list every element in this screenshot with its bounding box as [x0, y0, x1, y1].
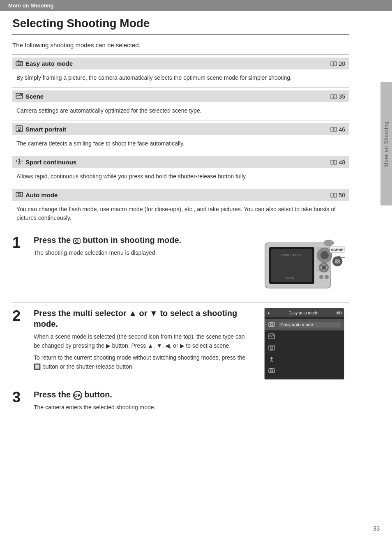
svg-point-17: [18, 159, 20, 160]
step3-content: Press the OK button. The camera enters t…: [34, 389, 349, 412]
svg-text:COOLPIX L310: COOLPIX L310: [281, 254, 302, 256]
svg-rect-27: [18, 192, 19, 193]
svg-rect-68: [269, 369, 274, 373]
svg-rect-29: [334, 193, 337, 197]
svg-point-13: [18, 127, 21, 129]
step1-image: COOLPIX L310 S: [259, 235, 349, 298]
sport-page: 48: [339, 159, 345, 166]
svg-point-62: [270, 346, 272, 348]
easy-auto-camera-svg: [16, 60, 23, 66]
sport-ref: 48: [330, 159, 345, 166]
page-number: 33: [373, 525, 380, 532]
svg-rect-9: [331, 95, 333, 99]
svg-rect-3: [21, 62, 22, 63]
page-title: Selecting Shooting Mode: [12, 11, 349, 35]
book-icon-2: [330, 94, 337, 99]
svg-rect-28: [331, 193, 333, 197]
svg-rect-12: [16, 126, 23, 132]
mode-row-auto: Auto mode 50 You can change the flash mo…: [12, 186, 349, 227]
svg-rect-70: [270, 368, 272, 369]
svg-rect-33: [75, 238, 76, 239]
svg-point-58: [270, 323, 273, 326]
auto-mode-icon: [16, 191, 23, 199]
step3-title-suffix: button.: [84, 390, 112, 399]
step2-row: 2 Press the multi selector ▲ or ▼ to sel…: [12, 308, 349, 380]
mode-header-scene: Scene 35: [12, 90, 349, 102]
step3-number: 3: [12, 390, 26, 405]
auto-svg: [16, 191, 23, 198]
side-tab-label: More on Shooting: [383, 121, 389, 167]
mode-header-sport: Sport continuous 48: [12, 156, 349, 168]
auto-mode-page: 50: [339, 192, 345, 198]
svg-text:SCENE: SCENE: [331, 248, 344, 252]
smart-portrait-desc: The camera detects a smiling face to sho…: [12, 137, 349, 152]
smart-portrait-label: Smart portrait: [25, 126, 66, 133]
svg-text:Nikon: Nikon: [286, 276, 294, 280]
step1-desc: The shooting-mode selection menu is disp…: [34, 249, 251, 257]
easy-auto-icon: [16, 60, 23, 67]
ms-item-easy-auto: Easy auto mode: [265, 319, 344, 330]
ms-item-scene: [265, 330, 344, 342]
auto-mode-desc: You can change the flash mode, use macro…: [12, 203, 349, 226]
ms-easy-auto-icon: [268, 321, 275, 328]
svg-point-55: [325, 275, 329, 279]
step2-section: 2 Press the multi selector ▲ or ▼ to sel…: [12, 308, 349, 384]
mode-name-auto: Auto mode: [16, 191, 58, 199]
easy-auto-ref: 20: [330, 60, 345, 67]
smart-portrait-ref: 46: [330, 126, 345, 133]
svg-rect-57: [269, 323, 274, 327]
svg-rect-59: [270, 322, 271, 323]
auto-mode-label: Auto mode: [25, 192, 58, 198]
svg-point-32: [75, 240, 78, 242]
page-header: More on Shooting: [0, 0, 392, 11]
svg-rect-15: [334, 127, 337, 132]
ms-item-auto: [265, 365, 344, 376]
easy-auto-label: Easy auto mode: [25, 60, 73, 67]
svg-line-67: [272, 360, 273, 362]
step2-desc2: To return to the current shooting mode w…: [34, 353, 251, 371]
svg-point-54: [319, 275, 323, 279]
main-content: Selecting Shooting Mode The following sh…: [0, 11, 362, 432]
mode-name-sport: Sport continuous: [16, 158, 76, 166]
mode-selector-illustration: ▲ Easy auto mode: [264, 308, 344, 380]
svg-point-50: [332, 256, 342, 266]
step1-content: Press the button in shooting mode. The s…: [34, 235, 251, 257]
step3-title: Press the OK button.: [34, 389, 349, 400]
ms-cam-svg1: [268, 322, 275, 328]
intro-text: The following shooting modes can be sele…: [12, 42, 349, 48]
ok-button-icon: OK: [73, 391, 82, 400]
ms-item-sport: [265, 353, 344, 365]
scene-ref: 35: [330, 93, 345, 100]
scene-page: 35: [339, 93, 345, 100]
ms-header-text: Easy auto mode: [270, 311, 336, 315]
book-icon-4: [330, 160, 337, 165]
ms-portrait-icon: [268, 344, 275, 351]
mode-name-scene: Scene: [16, 92, 44, 100]
scene-svg: [16, 92, 23, 99]
ms-header: ▲ Easy auto mode: [265, 308, 344, 317]
step2-desc1: When a scene mode is selected (the secon…: [34, 332, 251, 350]
mode-name-easy-auto: Easy auto mode: [16, 60, 73, 67]
svg-point-63: [271, 357, 272, 358]
header-title: More on Shooting: [8, 2, 53, 9]
ms-scene-svg: [268, 333, 275, 339]
mode-row-sport: Sport continuous 48 Allows rapid, contin…: [12, 153, 349, 186]
book-icon-3: [330, 127, 337, 132]
svg-point-26: [18, 193, 21, 196]
smart-portrait-svg: [16, 125, 23, 132]
book-icon-1: [330, 61, 337, 66]
step3-row: 3 Press the OK button. The camera enters…: [12, 389, 349, 412]
sport-label: Sport continuous: [25, 159, 76, 166]
step1-number: 1: [12, 235, 26, 250]
ms-sport-svg: [268, 356, 275, 362]
step3-section: 3 Press the OK button. The camera enters…: [12, 389, 349, 412]
ms-scene-icon: [268, 332, 275, 340]
camera-illustration-svg: COOLPIX L310 S: [261, 235, 347, 298]
scene-desc: Camera settings are automatically optimi…: [12, 104, 349, 119]
step2-image: ▲ Easy auto mode: [259, 308, 349, 380]
mode-row-easy-auto: Easy auto mode 20 By simply framing a pi…: [12, 54, 349, 87]
ms-auto-icon: [268, 367, 275, 374]
scene-label: Scene: [25, 93, 44, 100]
svg-point-43: [322, 265, 326, 270]
step1-row: 1 Press the button in shooting mode. The…: [12, 235, 349, 298]
